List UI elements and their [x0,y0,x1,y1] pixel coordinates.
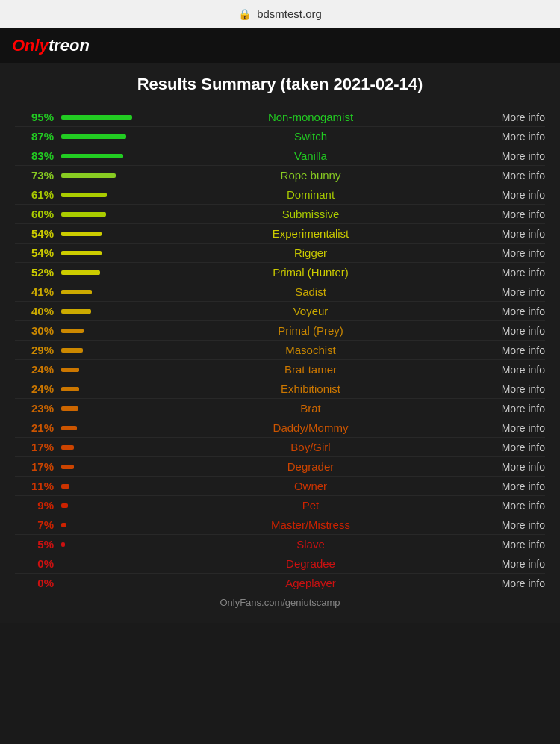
more-info-button[interactable]: More info [478,325,545,337]
table-row: 7% Master/Mistress More info [15,515,545,535]
more-info-button[interactable]: More info [478,422,545,434]
result-percent: 61% [15,188,54,201]
more-info-button[interactable]: More info [478,577,545,589]
result-label: Masochist [143,344,478,356]
result-bar-container [54,542,143,547]
table-row: 87% Switch More info [15,127,545,146]
table-row: 11% Owner More info [15,477,545,496]
table-row: 52% Primal (Hunter) More info [15,263,545,282]
bar-track [61,329,136,333]
result-bar-container [54,562,143,566]
more-info-button[interactable]: More info [478,461,545,473]
result-bar-container [54,154,143,158]
bar-fill [61,309,91,314]
bar-track [61,523,136,527]
bar-track [61,348,136,353]
bar-fill [61,251,102,255]
result-bar-container [54,484,143,489]
more-info-button[interactable]: More info [478,441,545,453]
more-info-button[interactable]: More info [478,383,545,395]
result-bar-container [54,581,143,586]
bar-track [61,406,136,411]
result-bar-container [54,445,143,450]
main-content: Results Summary (taken 2021-02-14) 95% N… [0,63,560,623]
result-bar-container [54,134,143,139]
result-bar-container [54,193,143,197]
results-table: 95% Non-monogamist More info 87% Switch … [15,108,545,592]
result-bar-container [54,309,143,314]
more-info-button[interactable]: More info [478,131,545,143]
more-info-button[interactable]: More info [478,344,545,356]
table-row: 5% Slave More info [15,535,545,554]
bar-fill [61,465,74,469]
result-label: Experimentalist [143,227,478,240]
more-info-button[interactable]: More info [478,247,545,259]
result-label: Brat [143,402,478,415]
result-bar-container [54,251,143,255]
result-label: Rope bunny [143,169,478,182]
result-percent: 95% [15,111,54,123]
result-label: Non-monogamist [143,111,478,123]
table-row: 60% Submissive More info [15,205,545,224]
result-bar-container [54,387,143,391]
result-percent: 54% [15,247,54,259]
more-info-button[interactable]: More info [478,519,545,531]
more-info-button[interactable]: More info [478,189,545,201]
bar-fill [61,134,126,139]
table-row: 41% Sadist More info [15,282,545,302]
result-label: Boy/Girl [143,441,478,453]
more-info-button[interactable]: More info [478,500,545,512]
result-label: Dominant [143,188,478,201]
bottom-text: OnlyFans.com/geniutscamp [220,597,340,608]
bar-track [61,503,136,508]
result-percent: 11% [15,480,54,492]
logo: Only treon [12,36,90,55]
bar-fill [61,270,100,275]
bar-fill [61,115,132,120]
bar-track [61,290,136,294]
more-info-button[interactable]: More info [478,539,545,551]
result-percent: 7% [15,518,54,531]
result-bar-container [54,290,143,294]
table-row: 21% Daddy/Mommy More info [15,418,545,438]
result-bar-container [54,503,143,508]
result-percent: 73% [15,169,54,182]
result-percent: 24% [15,363,54,376]
table-row: 54% Experimentalist More info [15,224,545,244]
bar-fill [61,445,74,450]
more-info-button[interactable]: More info [478,150,545,162]
more-info-button[interactable]: More info [478,111,545,123]
table-row: 73% Rope bunny More info [15,166,545,185]
result-percent: 40% [15,305,54,317]
more-info-button[interactable]: More info [478,306,545,317]
bar-fill [61,193,107,197]
more-info-button[interactable]: More info [478,267,545,279]
more-info-button[interactable]: More info [478,403,545,415]
result-percent: 0% [15,557,54,570]
logo-only: Only [12,36,49,55]
bar-fill [61,290,92,294]
bar-track [61,309,136,314]
table-row: 30% Primal (Prey) More info [15,321,545,341]
result-bar-container [54,426,143,430]
bar-track [61,134,136,139]
more-info-button[interactable]: More info [478,170,545,182]
bar-track [61,426,136,430]
result-label: Brat tamer [143,363,478,376]
result-percent: 5% [15,538,54,551]
more-info-button[interactable]: More info [478,558,545,570]
table-row: 95% Non-monogamist More info [15,108,545,127]
result-percent: 23% [15,402,54,415]
table-row: 40% Voyeur More info [15,302,545,321]
more-info-button[interactable]: More info [478,208,545,220]
result-bar-container [54,232,143,236]
table-row: 24% Exhibitionist More info [15,379,545,399]
result-label: Rigger [143,247,478,259]
bar-track [61,173,136,178]
bar-track [61,115,136,120]
more-info-button[interactable]: More info [478,364,545,376]
more-info-button[interactable]: More info [478,286,545,298]
more-info-button[interactable]: More info [478,480,545,492]
bar-track [61,562,136,566]
more-info-button[interactable]: More info [478,228,545,240]
